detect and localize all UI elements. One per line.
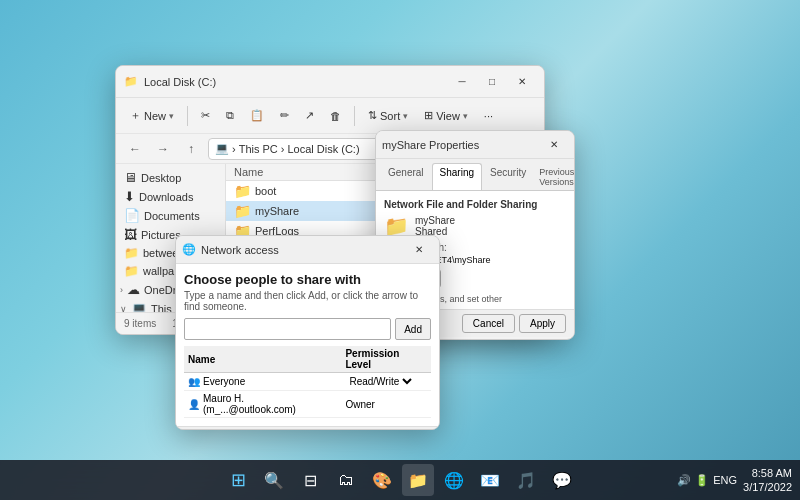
tab-sharing[interactable]: Sharing [432,163,482,190]
forward-button[interactable]: → [152,138,174,160]
network-input-row: Add [184,318,431,340]
desktop: 📁 Local Disk (C:) ─ □ ✕ ＋ New ▾ ✂ ⧉ 📋 ✏ … [0,0,800,500]
wallpapers-icon: 📁 [124,264,139,278]
network-titlebar: 🌐 Network access ✕ [176,236,439,264]
properties-titlebar: myShare Properties ✕ [376,131,574,159]
everyone-icon: 👥 [188,376,200,387]
share-table-body: 👥 Everyone Read/Write Read Remove [184,373,431,418]
toolbar-separator-2 [354,106,355,126]
explorer-title-left: 📁 Local Disk (C:) [124,75,216,88]
volume-icon: 🔋 [695,474,709,487]
path-separator-2: › [281,143,285,155]
sidebar-item-desktop[interactable]: 🖥 Desktop [116,168,225,187]
properties-cancel-button[interactable]: Cancel [462,314,515,333]
everyone-permission-select[interactable]: Read/Write Read Remove [345,375,415,388]
mauro-icon: 👤 [188,399,200,410]
window-controls: ─ □ ✕ [448,72,536,92]
network-close-button[interactable]: ✕ [405,240,433,260]
share-info: myShare Shared [415,215,455,237]
view-button[interactable]: ⊞ View ▾ [418,106,474,125]
cut-button[interactable]: ✂ [195,106,216,125]
thispc-chevron-icon: ∨ [120,304,127,313]
taskbar-mail-button[interactable]: 📧 [474,464,506,496]
taskbar-edge-button[interactable]: 🌐 [438,464,470,496]
new-button[interactable]: ＋ New ▾ [124,105,180,126]
network-icon: 🌐 [182,243,196,256]
sort-chevron-icon: ▾ [403,111,408,121]
copy-button[interactable]: ⧉ [220,106,240,125]
more-button[interactable]: ··· [478,107,499,125]
share-button[interactable]: ↗ [299,106,320,125]
share-table-header: Name Permission Level [184,346,431,373]
add-button[interactable]: Add [395,318,431,340]
downloads-icon: ⬇ [124,189,135,204]
pictures-icon: 🖼 [124,227,137,242]
path-icon: 💻 [215,142,229,155]
path-localdisk: Local Disk (C:) [287,143,359,155]
boot-folder-icon: 📁 [234,183,251,199]
documents-icon: 📄 [124,208,140,223]
toolbar-separator [187,106,188,126]
rename-button[interactable]: ✏ [274,106,295,125]
properties-close-button[interactable]: ✕ [540,135,568,155]
network-input[interactable] [184,318,391,340]
network-sharing-title: Network File and Folder Sharing [384,199,566,210]
everyone-permission-cell: Read/Write Read Remove [341,373,431,391]
tab-previous-versions[interactable]: Previous Versions [534,163,575,190]
explorer-title: Local Disk (C:) [144,76,216,88]
network-footer: I'm having trouble sharing ↗ Share Cance… [176,426,439,430]
explorer-titlebar: 📁 Local Disk (C:) ─ □ ✕ [116,66,544,98]
taskbar: ⊞ 🔍 ⊟ 🗂 🎨 📁 🌐 📧 🎵 💬 🔊 🔋 ENG 8:58 AM 3/17… [0,460,800,500]
taskbar-center: ⊞ 🔍 ⊟ 🗂 🎨 📁 🌐 📧 🎵 💬 [222,464,578,496]
taskbar-search-button[interactable]: 🔍 [258,464,290,496]
view-chevron-icon: ▾ [463,111,468,121]
explorer-folder-icon: 📁 [124,75,138,88]
taskbar-time: 8:58 AM [743,466,792,480]
properties-title: myShare Properties [382,139,479,151]
taskbar-clock[interactable]: 8:58 AM 3/17/2022 [743,466,792,495]
table-row-mauro: 👤 Mauro H. (m_...@outlook.com) Owner [184,391,431,418]
path-thispc: This PC [239,143,278,155]
mauro-permission-cell: Owner [341,391,431,418]
view-icon: ⊞ [424,109,433,122]
taskbar-chat-button[interactable]: 💬 [546,464,578,496]
path-separator-1: › [232,143,236,155]
taskbar-explorer-button[interactable]: 📁 [402,464,434,496]
network-status-icon: 🔊 [677,474,691,487]
mauro-name-cell: 👤 Mauro H. (m_...@outlook.com) [184,391,341,418]
maximize-button[interactable]: □ [478,72,506,92]
onedrive-chevron-icon: › [120,285,123,295]
network-title-left: 🌐 Network access [182,243,279,256]
taskbar-music-button[interactable]: 🎵 [510,464,542,496]
onedrive-icon: ☁ [127,282,140,297]
up-button[interactable]: ↑ [180,138,202,160]
properties-apply-button[interactable]: Apply [519,314,566,333]
myshare-folder-icon: 📁 [234,203,251,219]
explorer-toolbar: ＋ New ▾ ✂ ⧉ 📋 ✏ ↗ 🗑 ⇅ Sort ▾ ⊞ View ▾ ··… [116,98,544,134]
share-table: Name Permission Level 👥 Everyone [184,346,431,418]
tab-security[interactable]: Security [482,163,534,190]
col-permission-th: Permission Level [341,346,431,373]
taskbar-taskview-button[interactable]: ⊟ [294,464,326,496]
sidebar-item-documents[interactable]: 📄 Documents [116,206,225,225]
minimize-button[interactable]: ─ [448,72,476,92]
sidebar-item-downloads[interactable]: ⬇ Downloads [116,187,225,206]
systray: 🔊 🔋 ENG [677,474,737,487]
taskbar-widgets-button[interactable]: 🗂 [330,464,362,496]
network-body: Choose people to share with Type a name … [176,264,439,426]
start-button[interactable]: ⊞ [222,464,254,496]
new-chevron-icon: ▾ [169,111,174,121]
sort-button[interactable]: ⇅ Sort ▾ [362,106,414,125]
taskbar-paint-button[interactable]: 🎨 [366,464,398,496]
network-subtitle: Type a name and then click Add, or click… [184,290,431,312]
taskbar-date: 3/17/2022 [743,480,792,494]
status-item-count: 9 items [124,318,156,329]
thispc-icon: 💻 [131,301,147,312]
paste-button[interactable]: 📋 [244,106,270,125]
back-button[interactable]: ← [124,138,146,160]
close-button[interactable]: ✕ [508,72,536,92]
properties-tabs: General Sharing Security Previous Versio… [376,159,574,191]
delete-button[interactable]: 🗑 [324,107,347,125]
address-path[interactable]: 💻 › This PC › Local Disk (C:) [208,138,402,160]
tab-general[interactable]: General [380,163,432,190]
